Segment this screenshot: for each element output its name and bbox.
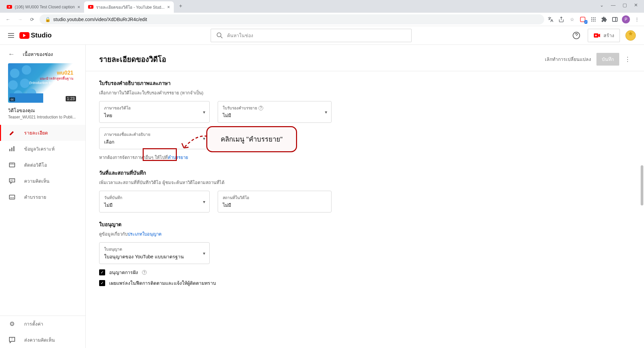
tab-title: (106) WU000 Test Closed caption	[15, 5, 75, 9]
star-icon[interactable]: ☆	[568, 16, 576, 23]
browser-tab-active[interactable]: รายละเอียดของวิดีโอ - YouTube Stud... ×	[84, 1, 174, 13]
thumb-text: wu021 แนะนำหลักสูตรพื้นฐาน (Introduction…	[29, 70, 73, 85]
puzzle-icon[interactable]	[600, 16, 608, 23]
channel-avatar[interactable]	[625, 30, 636, 41]
page-header: รายละเอียดของวิดีโอ เลิกทำการเปลี่ยนแปลง…	[86, 45, 644, 71]
sidebar-item-feedback[interactable]: ! ส่งความคิดเห็น	[0, 332, 85, 348]
more-icon[interactable]: ⋮	[625, 56, 631, 63]
subtitle-icon	[8, 194, 16, 200]
help-icon[interactable]	[570, 29, 582, 41]
svg-rect-12	[613, 17, 617, 21]
studio-logo[interactable]: Studio	[19, 31, 52, 39]
sidebar-item-details[interactable]: รายละเอียด	[0, 125, 85, 141]
browser-titlebar: (106) WU000 Test Closed caption × รายละเ…	[0, 0, 644, 13]
scrollbar[interactable]	[641, 165, 643, 205]
studio-header: Studio ค้นหาในช่อง สร้าง	[0, 26, 644, 45]
main-content: รายละเอียดของวิดีโอ เลิกทำการเปลี่ยนแปลง…	[86, 45, 644, 348]
grid-icon[interactable]	[590, 16, 597, 23]
sidepanel-icon[interactable]	[611, 16, 619, 23]
svg-point-10	[593, 20, 594, 21]
svg-point-7	[593, 19, 594, 20]
sidebar-item-analytics[interactable]: ข้อมูลวิเคราะห์	[0, 141, 85, 157]
chevron-down-icon: ▾	[203, 199, 205, 204]
url-field[interactable]: 🔒 studio.youtube.com/video/XdDBuRrJR4c/e…	[40, 14, 544, 24]
sidebar: ← เนื้อหาของช่อง wu021 แนะนำหลักสูตรพื้น…	[0, 45, 86, 348]
chevron-down-icon: ▾	[203, 109, 205, 115]
sidebar-item-editor[interactable]: ตัดต่อวิดีโอ	[0, 157, 85, 173]
license-type-link[interactable]: ประเภทใบอนุญาต	[128, 232, 161, 237]
tab-title: รายละเอียดของวิดีโอ - YouTube Stud...	[96, 4, 164, 10]
svg-text:!: !	[12, 337, 13, 341]
comment-icon	[8, 178, 16, 184]
your-video-block: วิดีโอของคุณ Teaser_WU021 Introduction t…	[0, 107, 85, 125]
back-to-content[interactable]: ← เนื้อหาของช่อง	[0, 45, 85, 63]
maximize-icon[interactable]: ▢	[620, 0, 629, 10]
lock-icon: 🔒	[45, 17, 51, 22]
profile-avatar[interactable]: P	[622, 15, 630, 23]
video-location-select[interactable]: สถานที่ในวิดีโอ ไม่มี	[218, 191, 332, 212]
allow-embed-checkbox[interactable]: ✓ อนุญาตการฝัง ?	[99, 269, 441, 276]
forward-icon[interactable]: →	[15, 15, 25, 24]
search-icon	[216, 32, 223, 39]
reload-icon[interactable]: ⟳	[27, 15, 37, 24]
section-license: ใบอนุญาต ดูข้อมูลเกี่ยวกับประเภทใบอนุญาต…	[99, 221, 441, 287]
camera-icon	[593, 33, 601, 38]
minimize-icon[interactable]: ―	[609, 0, 618, 10]
svg-point-4	[593, 17, 594, 18]
youtube-icon	[7, 4, 12, 10]
help-icon[interactable]: ?	[259, 106, 263, 110]
undo-button[interactable]: เลิกทำการเปลี่ยนแปลง	[545, 56, 591, 63]
thumb-duration: 1:23	[66, 96, 76, 101]
help-icon[interactable]: ?	[142, 270, 147, 275]
svg-point-11	[595, 20, 596, 21]
pencil-icon	[8, 129, 16, 136]
youtube-play-icon	[19, 32, 29, 39]
video-thumbnail[interactable]: wu021 แนะนำหลักสูตรพื้นฐาน (Introduction…	[8, 63, 77, 103]
license-select[interactable]: ใบอนุญาต ใบอนุญาตของ YouTube แบบมาตรฐาน …	[99, 242, 210, 264]
svg-point-8	[595, 19, 596, 20]
gear-icon: ⚙	[8, 320, 16, 328]
close-window-icon[interactable]: ✕	[631, 0, 641, 10]
save-button[interactable]: บันทึก	[596, 53, 619, 66]
create-button[interactable]: สร้าง	[588, 29, 620, 42]
svg-point-3	[591, 17, 592, 18]
svg-point-9	[591, 20, 592, 21]
page-title: รายละเอียดของวิดีโอ	[99, 54, 166, 65]
chevron-down-icon[interactable]: ⌄	[597, 0, 606, 10]
share-icon[interactable]	[558, 16, 565, 23]
search-placeholder: ค้นหาในช่อง	[227, 32, 253, 39]
sidebar-item-subtitles[interactable]: คำบรรยาย	[0, 189, 85, 205]
svg-rect-29	[9, 163, 15, 167]
new-tab-button[interactable]: +	[176, 1, 185, 11]
browser-addressbar: ← → ⟳ 🔒 studio.youtube.com/video/XdDBuRr…	[0, 13, 644, 26]
chevron-down-icon: ▾	[325, 109, 327, 115]
svg-line-15	[221, 36, 222, 38]
arrow-left-icon: ←	[8, 50, 15, 58]
svg-rect-35	[9, 195, 15, 199]
extension-icon[interactable]: 2	[579, 16, 586, 23]
record-date-select[interactable]: วันที่บันทึก ไม่มี ▾	[99, 191, 210, 212]
svg-point-22	[20, 79, 29, 88]
svg-point-6	[591, 19, 592, 20]
youtube-icon	[88, 4, 93, 10]
annotation-red-box	[143, 148, 177, 161]
svg-rect-26	[9, 149, 10, 151]
back-icon[interactable]: ←	[3, 15, 13, 24]
menu-icon[interactable]	[8, 33, 14, 38]
feedback-icon: !	[8, 337, 16, 343]
sidebar-item-settings[interactable]: ⚙ การตั้งค่า	[0, 316, 85, 332]
search-input[interactable]: ค้นหาในช่อง	[211, 29, 412, 42]
close-icon[interactable]: ×	[167, 4, 170, 10]
kebab-icon[interactable]: ⋮	[633, 16, 641, 23]
section-date-location: วันที่และสถานที่บันทึก เพิ่มเวลาและสถานท…	[99, 169, 441, 212]
sidebar-item-comments[interactable]: ความคิดเห็น	[0, 173, 85, 189]
close-icon[interactable]: ×	[77, 4, 80, 10]
caption-cert-select[interactable]: ใบรับรองคำบรรยาย ? ไม่มี ▾	[218, 101, 332, 123]
publish-feed-checkbox[interactable]: ✓ เผยแพร่ลงในฟีดการติดตามและแจ้งให้ผู้ติ…	[99, 279, 441, 287]
svg-point-21	[8, 80, 18, 90]
checkbox-checked-icon: ✓	[99, 280, 105, 286]
video-language-select[interactable]: ภาษาของวิดีโอ ไทย ▾	[99, 101, 210, 123]
browser-tab[interactable]: (106) WU000 Test Closed caption ×	[3, 1, 84, 13]
chevron-down-icon: ▾	[203, 251, 205, 256]
translate-icon[interactable]	[547, 16, 554, 23]
